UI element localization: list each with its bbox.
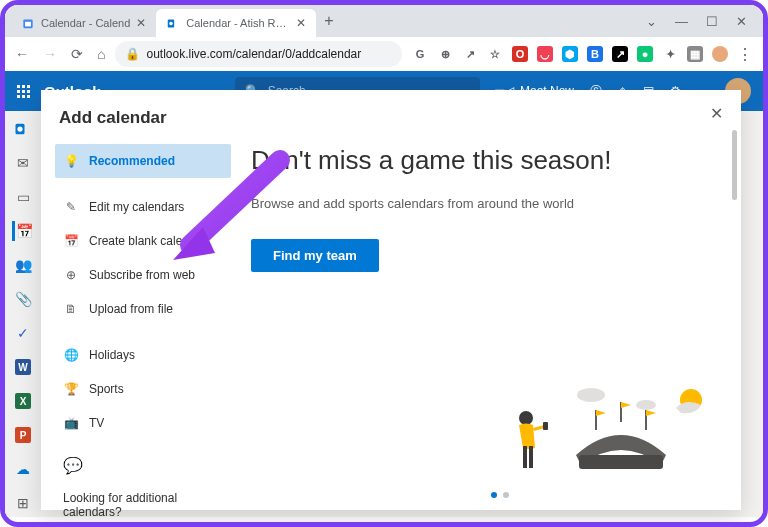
svg-rect-15: [579, 455, 663, 469]
svg-text:P: P: [20, 430, 27, 441]
gcal-favicon-icon: [21, 16, 35, 30]
address-row: ← → ⟳ ⌂ 🔒 outlook.live.com/calendar/0/ad…: [5, 37, 763, 71]
close-icon[interactable]: ✕: [296, 16, 306, 30]
chevron-down-icon[interactable]: ⌄: [646, 14, 657, 29]
mail-rail-icon[interactable]: ✉: [13, 153, 33, 173]
lock-icon: 🔒: [125, 47, 140, 61]
svg-marker-17: [596, 410, 606, 416]
calendar-rail-icon[interactable]: 📅: [12, 221, 32, 241]
svg-rect-24: [529, 446, 533, 468]
ext-opera-icon[interactable]: O: [512, 46, 528, 62]
tv-icon: 📺: [63, 416, 79, 430]
powerpoint-rail-icon[interactable]: P: [13, 425, 33, 445]
tab-title: Calendar - Atish Rajasekharan - C: [186, 17, 290, 29]
modal-sidebar: Add calendar 💡 Recommended ✎ Edit my cal…: [41, 90, 231, 510]
window-controls: ⌄ — ☐ ✕: [646, 14, 757, 29]
left-rail: ✉ ▭ 📅 👥 📎 ✓ W X P ☁ ⊞: [5, 111, 41, 517]
files-rail-icon[interactable]: 📎: [13, 289, 33, 309]
modal-title: Add calendar: [55, 108, 231, 128]
menu-subscribe-web[interactable]: ⊕ Subscribe from web: [55, 258, 231, 292]
menu-recommended[interactable]: 💡 Recommended: [55, 144, 231, 178]
menu-create-blank[interactable]: 📅 Create blank calendar: [55, 224, 231, 258]
lightbulb-icon: 💡: [63, 154, 79, 168]
svg-rect-1: [25, 21, 31, 26]
close-icon[interactable]: ✕: [136, 16, 146, 30]
edit-icon: ✎: [63, 200, 79, 214]
reload-icon[interactable]: ⟳: [71, 46, 83, 62]
todo-rail-icon[interactable]: ✓: [13, 323, 33, 343]
globe-icon: ⊕: [63, 268, 79, 282]
home-icon[interactable]: ⌂: [97, 46, 105, 62]
calendar-day-rail-icon[interactable]: ▭: [13, 187, 33, 207]
svg-point-13: [636, 400, 656, 410]
additional-calendars-prompt: Looking for additional calendars?: [55, 487, 231, 523]
menu-sports[interactable]: 🏆 Sports: [55, 372, 231, 406]
add-calendar-modal: Add calendar 💡 Recommended ✎ Edit my cal…: [41, 90, 741, 510]
main-subtitle: Browse and add sports calendars from aro…: [251, 196, 707, 211]
people-rail-icon[interactable]: 👥: [13, 255, 33, 275]
menu-holidays[interactable]: 🌐 Holidays: [55, 338, 231, 372]
new-tab-button[interactable]: +: [316, 12, 341, 30]
svg-point-5: [17, 126, 22, 131]
browser-chrome: Calendar - Calend ✕ Calendar - Atish Raj…: [5, 5, 763, 71]
google-icon[interactable]: G: [412, 46, 428, 62]
onedrive-rail-icon[interactable]: ☁: [13, 459, 33, 479]
address-bar[interactable]: 🔒 outlook.live.com/calendar/0/addcalenda…: [115, 41, 402, 67]
find-my-team-button[interactable]: Find my team: [251, 239, 379, 272]
excel-rail-icon[interactable]: X: [13, 391, 33, 411]
word-rail-icon[interactable]: W: [13, 357, 33, 377]
app-launcher-icon[interactable]: [17, 85, 30, 98]
menu-edit-calendars[interactable]: ✎ Edit my calendars: [55, 190, 231, 224]
file-icon: 🗎: [63, 302, 79, 316]
menu-tv[interactable]: 📺 TV: [55, 406, 231, 440]
back-icon[interactable]: ←: [15, 46, 29, 62]
more-apps-rail-icon[interactable]: ⊞: [13, 493, 33, 513]
url-text: outlook.live.com/calendar/0/addcalendar: [146, 47, 361, 61]
ext-pocket-icon[interactable]: ◡: [537, 46, 553, 62]
share-icon[interactable]: ↗: [462, 46, 478, 62]
forward-icon[interactable]: →: [43, 46, 57, 62]
svg-point-12: [577, 388, 605, 402]
browser-tab-1[interactable]: Calendar - Calend ✕: [11, 9, 156, 37]
minimize-icon[interactable]: —: [675, 14, 688, 29]
main-heading: Don't miss a game this season!: [251, 144, 707, 178]
trophy-icon: 🏆: [63, 382, 79, 396]
menu-icon[interactable]: ⋮: [737, 45, 753, 64]
chat-icon: 💬: [55, 452, 231, 479]
ext-m-icon[interactable]: ⬢: [562, 46, 578, 62]
carousel-dot-1[interactable]: [491, 492, 497, 498]
maximize-icon[interactable]: ☐: [706, 14, 718, 29]
profile-avatar-icon[interactable]: [712, 46, 728, 62]
svg-text:X: X: [20, 396, 27, 407]
close-icon[interactable]: ✕: [736, 14, 747, 29]
svg-rect-23: [523, 446, 527, 468]
carousel-dot-2[interactable]: [503, 492, 509, 498]
svg-point-22: [519, 411, 533, 425]
scrollbar[interactable]: [732, 130, 737, 200]
svg-marker-21: [646, 410, 656, 416]
browser-tab-2[interactable]: Calendar - Atish Rajasekharan - C ✕: [156, 9, 316, 37]
outlook-favicon-icon: [166, 16, 180, 30]
ext-grey-icon[interactable]: ▦: [687, 46, 703, 62]
svg-point-3: [169, 21, 173, 25]
carousel-dots: [491, 492, 509, 498]
svg-text:W: W: [18, 362, 28, 373]
sports-illustration: [481, 380, 711, 480]
tab-strip: Calendar - Calend ✕ Calendar - Atish Raj…: [5, 5, 763, 37]
ext-green-icon[interactable]: ●: [637, 46, 653, 62]
globe-icon: 🌐: [63, 348, 79, 362]
star-icon[interactable]: ☆: [487, 46, 503, 62]
modal-close-button[interactable]: ✕: [710, 104, 723, 123]
install-icon[interactable]: ⊕: [437, 46, 453, 62]
tab-title: Calendar - Calend: [41, 17, 130, 29]
extension-icons: G ⊕ ↗ ☆ O ◡ ⬢ B ↗ ● ✦ ▦ ⋮: [412, 45, 753, 64]
svg-marker-19: [621, 402, 631, 408]
outlook-rail-icon[interactable]: [13, 119, 33, 139]
extensions-icon[interactable]: ✦: [662, 46, 678, 62]
menu-upload-file[interactable]: 🗎 Upload from file: [55, 292, 231, 326]
modal-main: ✕ Don't miss a game this season! Browse …: [231, 90, 741, 510]
ext-arrow-icon[interactable]: ↗: [612, 46, 628, 62]
calendar-blank-icon: 📅: [63, 234, 79, 248]
svg-rect-26: [543, 422, 548, 430]
ext-b-icon[interactable]: B: [587, 46, 603, 62]
